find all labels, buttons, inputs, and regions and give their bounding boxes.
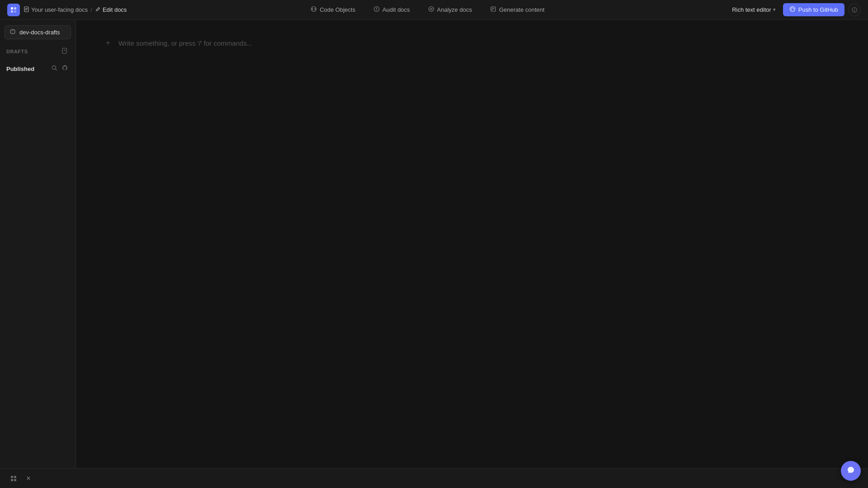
top-navigation: Your user-facing docs / Edit docs (0, 0, 868, 20)
close-button[interactable]: × (24, 474, 33, 483)
breadcrumb-separator: / (90, 6, 92, 13)
svg-rect-3 (14, 10, 16, 13)
page-icon (24, 6, 29, 14)
sidebar: dev-docs-drafts DRAFTS (0, 20, 76, 488)
chat-widget-button[interactable] (841, 461, 861, 481)
editor-placeholder[interactable]: Write something, or press '/' for comman… (118, 39, 868, 47)
svg-rect-26 (11, 476, 13, 478)
content-area[interactable]: + Write something, or press '/' for comm… (76, 20, 868, 488)
analyze-icon (428, 6, 434, 14)
published-label: Published (6, 66, 34, 72)
nav-center: Code Objects Audit docs Analyze docs (307, 4, 548, 15)
chat-icon (846, 465, 855, 477)
chevron-down-icon: ▾ (773, 7, 776, 13)
workspace-selector[interactable]: dev-docs-drafts (5, 25, 71, 39)
github-icon[interactable] (61, 64, 69, 74)
breadcrumb-item-edit[interactable]: Edit docs (95, 6, 127, 14)
new-file-icon[interactable] (61, 47, 69, 56)
workspace-name: dev-docs-drafts (19, 29, 60, 36)
published-section: Published (0, 62, 75, 75)
nav-right: Rich text editor ▾ Push to GitHub (728, 3, 861, 16)
svg-rect-1 (14, 7, 16, 9)
svg-rect-27 (14, 476, 16, 478)
svg-rect-29 (14, 479, 16, 481)
rich-text-editor-dropdown[interactable]: Rich text editor ▾ (728, 5, 779, 15)
analyze-docs-action[interactable]: Analyze docs (425, 4, 476, 15)
grid-icon[interactable] (7, 472, 20, 485)
editor-first-line: + Write something, or press '/' for comm… (103, 38, 868, 48)
workspace-icon (9, 28, 16, 36)
breadcrumb-edit-label: Edit docs (103, 6, 127, 13)
breadcrumb-docs-label: Your user-facing docs (31, 6, 88, 13)
push-to-github-button[interactable]: Push to GitHub (783, 3, 844, 16)
svg-line-25 (56, 69, 57, 70)
audit-docs-action[interactable]: Audit docs (370, 4, 414, 15)
breadcrumb: Your user-facing docs / Edit docs (24, 6, 127, 14)
drafts-section: DRAFTS (0, 45, 75, 58)
svg-point-11 (429, 7, 434, 12)
analyze-docs-label: Analyze docs (437, 6, 472, 13)
svg-rect-28 (11, 479, 13, 481)
generate-content-label: Generate content (499, 6, 544, 13)
drafts-label: DRAFTS (6, 49, 28, 54)
nav-left: Your user-facing docs / Edit docs (7, 4, 127, 16)
code-objects-action[interactable]: Code Objects (307, 4, 359, 15)
svg-point-10 (376, 10, 377, 10)
breadcrumb-item-docs[interactable]: Your user-facing docs (24, 6, 88, 14)
push-github-label: Push to GitHub (798, 6, 838, 13)
edit-icon (95, 6, 101, 14)
svg-point-12 (430, 8, 432, 10)
add-block-button[interactable]: + (103, 38, 113, 48)
github-push-icon (789, 6, 796, 14)
generate-content-action[interactable]: Generate content (486, 4, 548, 15)
svg-rect-0 (11, 7, 13, 9)
published-header: Published (5, 62, 71, 75)
bottom-bar: × (0, 468, 868, 488)
drafts-section-header: DRAFTS (5, 45, 71, 58)
audit-docs-label: Audit docs (382, 6, 410, 13)
app-logo (7, 4, 20, 16)
published-actions (50, 64, 69, 74)
info-button[interactable] (848, 4, 861, 16)
generate-icon (490, 6, 496, 14)
audit-icon (373, 6, 380, 14)
drafts-actions (61, 47, 69, 56)
rich-text-editor-label: Rich text editor (732, 6, 771, 13)
main-layout: dev-docs-drafts DRAFTS (0, 20, 868, 488)
code-icon (311, 6, 317, 14)
search-icon[interactable] (50, 64, 59, 74)
svg-rect-2 (11, 10, 13, 13)
svg-point-19 (854, 8, 854, 9)
code-objects-label: Code Objects (320, 6, 355, 13)
